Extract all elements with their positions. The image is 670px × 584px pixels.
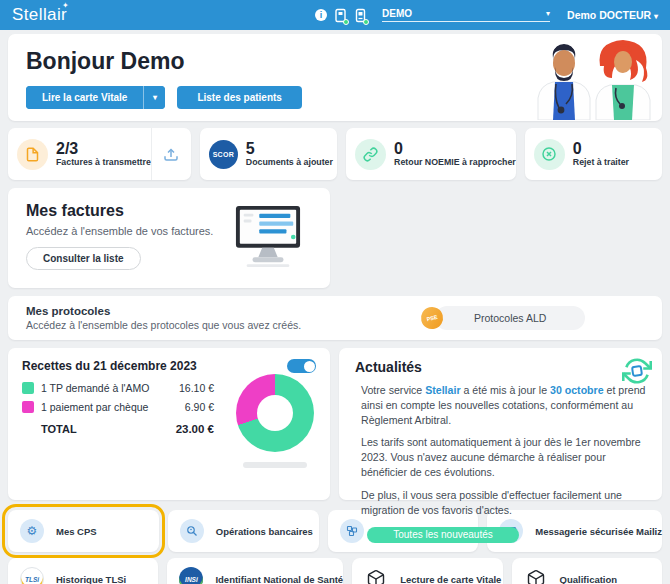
top-bar: Stellair ✦ i DEMO ▾ Demo DOCTEUR ▾ xyxy=(0,0,670,30)
stat-label: Rejet à traiter xyxy=(573,157,629,167)
protocoles-ald-button[interactable]: Protocoles ALD xyxy=(435,306,585,330)
upload-tray-icon xyxy=(162,145,180,163)
stat-card-rejets[interactable]: 0 Rejet à traiter xyxy=(525,128,662,180)
update-refresh-icon xyxy=(622,356,652,386)
shortcut-historique-tlsi[interactable]: TLSi Historique TLSi xyxy=(8,558,158,584)
bank-search-icon xyxy=(180,519,204,543)
read-vitale-card-split-button: Lire la carte Vitale ▾ xyxy=(26,86,165,109)
sparkle-icon: ✦ xyxy=(62,1,69,10)
tlsi-logo: TLSi xyxy=(20,567,44,584)
logo-text: Stellair xyxy=(12,5,67,24)
all-news-button[interactable]: Toutes les nouveautés xyxy=(367,527,519,543)
stellair-link[interactable]: Stellair xyxy=(425,384,460,396)
stat-value: 2/3 xyxy=(56,141,151,158)
section-description: Accédez à l'ensemble des protocoles que … xyxy=(26,319,301,331)
insi-logo: INSi xyxy=(179,567,203,584)
transmit-invoices-button[interactable] xyxy=(151,128,191,180)
stat-label: Documents à ajouter xyxy=(246,157,333,167)
actualites-card: Actualités Votre service Stellair a été … xyxy=(339,348,662,500)
patients-list-button[interactable]: Liste des patients xyxy=(177,86,301,109)
shortcut-identifiant-national-sante[interactable]: INSi Identifiant National de Santé xyxy=(167,558,343,584)
shortcut-operations-bancaires[interactable]: Opérations bancaires xyxy=(168,510,319,552)
legend-row-amo: 1 TP demandé à l'AMO 16.10 € xyxy=(22,382,214,394)
legend-swatch xyxy=(22,401,34,413)
stat-card-noemie[interactable]: 0 Retour NOEMIE à rapprocher xyxy=(346,128,516,180)
donut-shadow xyxy=(243,462,307,468)
factures-card: Mes factures Accédez à l'ensemble de vos… xyxy=(8,188,330,288)
stat-card-factures[interactable]: 2/3 Factures à transmettre xyxy=(8,128,191,180)
gear-icon: ⚙ xyxy=(20,519,44,543)
stat-label: Retour NOEMIE à rapprocher xyxy=(394,157,516,167)
doctors-illustration xyxy=(530,36,652,120)
section-title: Mes protocoles xyxy=(26,305,301,317)
recettes-title: Recettes du 21 décembre 2023 xyxy=(22,359,197,373)
news-paragraph-1: Votre service Stellair a été mis à jour … xyxy=(355,383,646,427)
news-paragraph-3: De plus, il vous sera possible d'effectu… xyxy=(355,488,646,518)
legend-swatch xyxy=(22,382,34,394)
cube-icon xyxy=(364,569,388,584)
protocoles-card: Mes protocoles Accédez à l'ensemble des … xyxy=(8,296,662,340)
workspace-select[interactable]: DEMO ▾ xyxy=(382,8,550,22)
news-paragraph-2: Les tarifs sont automatiquement à jour d… xyxy=(355,435,646,479)
stat-label: Factures à transmettre xyxy=(56,157,151,167)
info-icon[interactable]: i xyxy=(315,9,327,21)
read-vitale-card-button[interactable]: Lire la carte Vitale xyxy=(26,86,143,109)
shortcut-lecture-carte-vitale[interactable]: Lecture de carte Vitale xyxy=(352,558,502,584)
read-vitale-card-dropdown[interactable]: ▾ xyxy=(143,86,165,109)
scor-badge: SCOR xyxy=(209,140,238,169)
chevron-down-icon: ▾ xyxy=(546,9,550,18)
recettes-toggle[interactable] xyxy=(287,359,316,373)
cube-icon xyxy=(524,569,548,584)
stat-value: 0 xyxy=(573,141,629,158)
card-reader-status-icon[interactable] xyxy=(354,8,367,23)
legend-row-cheque: 1 paiement par chèque 6.90 € xyxy=(22,401,214,413)
stellair-dashboard: Stellair ✦ i DEMO ▾ Demo DOCTEUR ▾ xyxy=(0,0,670,584)
shortcut-qualification[interactable]: Qualification xyxy=(512,558,662,584)
welcome-card: Bonjour Demo Lire la carte Vitale ▾ List… xyxy=(8,34,662,121)
stellair-logo: Stellair ✦ xyxy=(12,5,67,25)
batches-icon xyxy=(340,519,364,543)
invoice-file-icon xyxy=(17,139,48,170)
shortcut-mes-cps[interactable]: ⚙ Mes CPS xyxy=(8,510,159,552)
chevron-down-icon: ▾ xyxy=(654,12,658,21)
status-ok-badge xyxy=(363,19,369,25)
consult-list-button[interactable]: Consulter la liste xyxy=(26,247,141,270)
computer-monitor-illustration xyxy=(234,204,302,268)
x-circle-icon xyxy=(534,139,565,170)
link-icon xyxy=(355,139,386,170)
stat-value: 0 xyxy=(394,141,516,158)
stat-value: 5 xyxy=(246,141,333,158)
legend-total-row: TOTAL 23.00 € xyxy=(22,423,214,435)
recettes-card: Recettes du 21 décembre 2023 1 TP demand… xyxy=(8,348,330,500)
user-menu[interactable]: Demo DOCTEUR ▾ xyxy=(567,9,658,21)
toggle-knob xyxy=(304,361,315,372)
status-ok-badge xyxy=(343,19,349,25)
recettes-donut-chart xyxy=(236,374,314,452)
recettes-legend: 1 TP demandé à l'AMO 16.10 € 1 paiement … xyxy=(22,382,214,435)
stat-card-documents[interactable]: SCOR 5 Documents à ajouter xyxy=(200,128,337,180)
cps-card-status-icon[interactable] xyxy=(334,8,347,23)
date-link[interactable]: 30 octobre xyxy=(550,384,604,396)
section-title: Actualités xyxy=(355,359,646,375)
chevron-down-icon: ▾ xyxy=(153,93,157,102)
